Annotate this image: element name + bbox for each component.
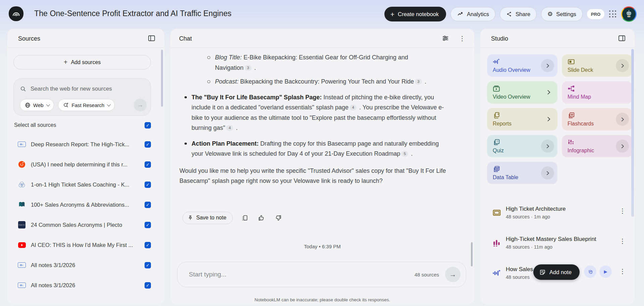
source-row[interactable]: m↓ All notes 3/1/2026 ✓	[14, 276, 151, 294]
slide-deck-icon	[492, 208, 502, 218]
interactive-mode-button[interactable]	[584, 265, 596, 278]
slide-deck-card[interactable]: Slide Deck	[562, 54, 632, 77]
apps-grid-icon[interactable]	[609, 10, 617, 18]
source-row[interactable]: m↓ All notes 3/1/2026 ✓	[14, 256, 151, 274]
source-checkbox[interactable]: ✓	[145, 141, 151, 148]
chat-input[interactable]	[189, 271, 415, 278]
web-search-box: Web Fast Research →	[13, 78, 151, 116]
add-note-label: Add note	[549, 269, 572, 275]
collapse-studio-panel-icon[interactable]	[618, 34, 627, 43]
avatar[interactable]	[621, 6, 637, 22]
video-overview-icon	[493, 85, 500, 92]
chevron-right-icon[interactable]	[545, 116, 552, 122]
share-button[interactable]: Share	[500, 7, 537, 21]
reddit-icon	[17, 161, 26, 168]
notebook-title[interactable]: The One-Sentence Profit Extractor and AI…	[34, 9, 231, 18]
chevron-right-icon[interactable]	[545, 89, 552, 96]
chevron-right-icon[interactable]	[541, 59, 554, 72]
chat-menu-icon[interactable]: ⋮	[458, 34, 467, 43]
flashcards-card[interactable]: Flashcards	[562, 108, 632, 131]
arrow-right-icon: →	[137, 101, 144, 109]
audio-overview-card[interactable]: Audio Overview	[487, 54, 557, 77]
source-checkbox[interactable]: ✓	[145, 262, 151, 268]
source-checkbox[interactable]: ✓	[145, 161, 151, 168]
citation-chip[interactable]: 5	[401, 151, 408, 157]
citation-chip[interactable]: 3	[245, 65, 252, 71]
studio-scrollbar[interactable]	[631, 49, 634, 217]
search-input[interactable]	[31, 86, 146, 92]
studio-note-row[interactable]: High-Ticket Mastery Sales Blueprint 48 s…	[480, 236, 635, 257]
source-checkbox[interactable]: ✓	[145, 242, 151, 248]
book-logo-icon	[17, 201, 26, 208]
source-row[interactable]: m↓ Deep Research Report: The High-Tick..…	[14, 136, 151, 153]
note-menu-icon[interactable]: ⋮	[619, 207, 627, 215]
analytics-button[interactable]: Analytics	[450, 7, 495, 21]
source-checkbox[interactable]: ✓	[145, 222, 151, 228]
card-label: Flashcards	[568, 121, 594, 127]
chevron-right-icon[interactable]	[541, 140, 554, 153]
data-table-icon	[493, 165, 500, 173]
select-all-checkbox[interactable]: ✓	[145, 122, 151, 129]
share-icon	[506, 11, 512, 17]
reports-icon	[493, 112, 500, 119]
thumbs-down-icon[interactable]	[274, 213, 283, 222]
research-mode-dropdown[interactable]: Fast Research	[58, 99, 115, 111]
reports-card[interactable]: Reports	[487, 108, 557, 131]
chevron-right-icon[interactable]	[541, 166, 554, 180]
chevron-right-icon[interactable]	[616, 113, 629, 126]
source-row[interactable]: PLECTO 24 Common Sales Acronyms | Plecto…	[14, 216, 151, 234]
chat-scrollbar[interactable]	[471, 242, 473, 266]
create-notebook-button[interactable]: + Create notebook	[384, 7, 446, 21]
source-label: 1-on-1 High Ticket Sales Coaching - K...	[31, 182, 141, 188]
source-count: 48 sources	[415, 272, 439, 277]
mind-map-card[interactable]: Mind Map	[562, 81, 632, 104]
save-to-note-button[interactable]: Save to note	[182, 212, 233, 224]
copy-icon[interactable]	[240, 213, 250, 222]
thumbs-up-icon[interactable]	[257, 213, 266, 222]
chevron-right-icon[interactable]	[616, 59, 629, 72]
card-label: Video Overview	[493, 94, 530, 100]
chat-settings-icon[interactable]	[441, 34, 450, 43]
audio-waveform-icon	[493, 58, 500, 65]
search-submit-button[interactable]: →	[134, 99, 147, 111]
citation-chip[interactable]: 4	[350, 105, 357, 110]
source-row[interactable]: 100+ Sales Acronyms & Abbreviations... ✓	[14, 196, 151, 213]
source-row[interactable]: 1-on-1 High Ticket Sales Coaching - K...…	[14, 176, 151, 193]
header-actions: + Create notebook Analytics Share ⚙ Sett…	[384, 6, 637, 22]
note-title: High Ticket Architecture	[506, 206, 566, 212]
note-menu-icon[interactable]: ⋮	[619, 237, 627, 245]
play-button[interactable]: ▶	[599, 265, 612, 278]
slide-deck-icon	[568, 58, 575, 65]
citation-chip[interactable]: 3	[415, 79, 422, 85]
quiz-card[interactable]: ? Quiz	[487, 135, 557, 157]
sources-panel: Sources + Add sources Web	[7, 29, 164, 304]
note-menu-icon[interactable]: ⋮	[619, 267, 627, 275]
web-filter-dropdown[interactable]: Web	[20, 99, 54, 111]
markdown-note-icon: m↓	[17, 262, 26, 268]
note-meta: 48 sources · 1m ago	[506, 214, 550, 219]
settings-button[interactable]: ⚙ Settings	[541, 7, 583, 21]
source-label: All notes 3/1/2026	[31, 262, 141, 268]
add-note-button[interactable]: Add note	[533, 264, 580, 280]
sources-header: Sources	[7, 29, 164, 48]
add-sources-button[interactable]: + Add sources	[13, 55, 151, 69]
notebooklm-logo-icon[interactable]	[9, 6, 23, 21]
citation-chip[interactable]: 4	[226, 125, 233, 131]
note-icon	[539, 269, 546, 275]
source-row[interactable]: (USA) I need help determining if this r.…	[14, 156, 151, 173]
data-table-card[interactable]: Data Table	[487, 162, 557, 184]
send-button[interactable]: →	[445, 267, 461, 282]
collapse-sources-panel-icon[interactable]	[148, 34, 156, 43]
avatar-robot-image	[622, 7, 636, 21]
video-overview-card[interactable]: Video Overview	[487, 81, 557, 104]
source-row[interactable]: AI CEO: THIS is How I'd Make My First ..…	[14, 236, 151, 254]
studio-note-row[interactable]: High Ticket Architecture 48 sources · 1m…	[480, 206, 635, 226]
source-checkbox[interactable]: ✓	[145, 282, 151, 289]
plecto-logo-icon: PLECTO	[17, 221, 26, 228]
fast-research-icon	[63, 102, 69, 108]
source-checkbox[interactable]: ✓	[145, 182, 151, 188]
source-checkbox[interactable]: ✓	[145, 202, 151, 208]
infographic-card[interactable]: Infographic	[562, 135, 632, 157]
chevron-right-icon[interactable]	[616, 140, 629, 153]
sources-scrollbar[interactable]	[161, 50, 163, 107]
